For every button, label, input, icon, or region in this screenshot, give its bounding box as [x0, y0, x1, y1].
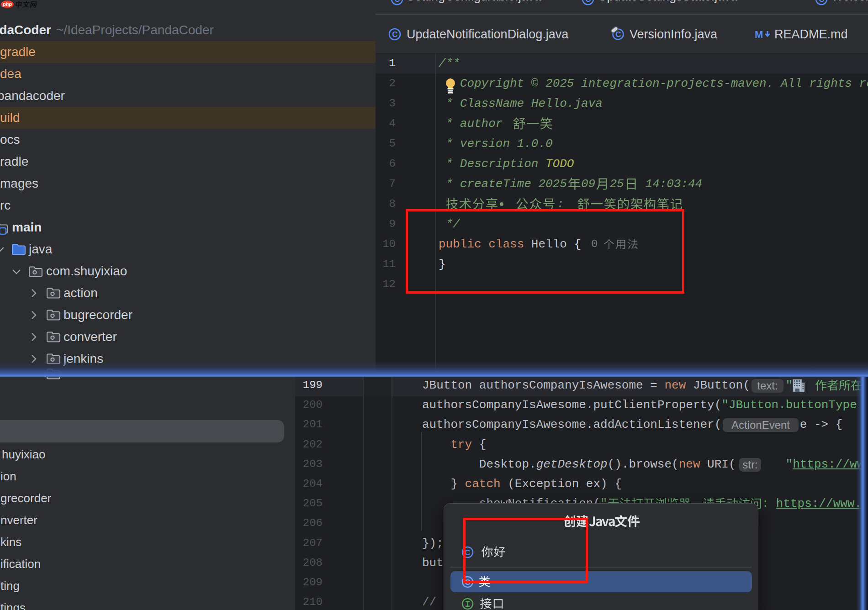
- svg-text:php: php: [2, 1, 12, 7]
- svg-text:C: C: [819, 0, 824, 4]
- svg-text:M: M: [755, 29, 763, 40]
- svg-text:C: C: [585, 0, 591, 4]
- svg-text:C: C: [615, 30, 621, 39]
- svg-text:C: C: [392, 30, 397, 39]
- svg-text:C: C: [394, 0, 400, 4]
